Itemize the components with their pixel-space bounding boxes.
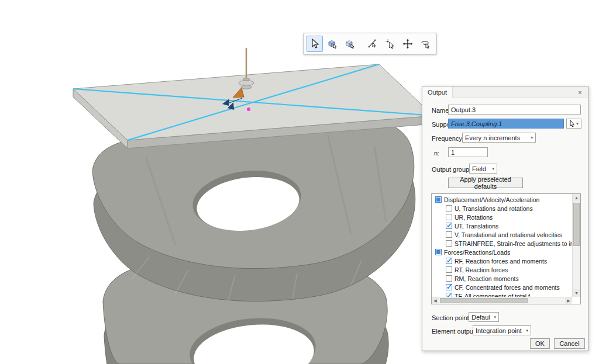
scroll-right-icon[interactable]: ▶ [565,297,572,304]
tree-item[interactable]: RM, Reaction moments [432,274,572,283]
tree-item[interactable]: UR, Rotations [432,213,572,221]
magenta-reference-point [247,108,250,111]
scroll-up-icon[interactable]: ▲ [573,194,580,202]
output-group-value: Field [472,165,488,172]
checkbox[interactable] [446,214,452,220]
application-window: Output × Name: Support: ▾ Frequency: Eve… [0,0,599,364]
tree-item-label: V, Translational and rotational velociti… [455,231,562,238]
selection-toolbar [303,33,437,55]
tree-viewport: Displacement/Velocity/Acceleration U, Tr… [432,194,572,297]
tree-item[interactable]: U, Translations and rotations [432,204,572,213]
tree-item[interactable]: Forces/Reactions/Loads [432,248,572,256]
select-lasso-button[interactable] [417,36,433,52]
checkbox[interactable] [446,231,452,238]
tree-item[interactable]: CF, Concentrated forces and moments [432,283,572,292]
select-edge-button[interactable] [364,36,381,52]
dialog-title: Output [422,86,453,98]
section-points-dropdown[interactable]: Default ▾ [469,312,499,322]
support-picker-button[interactable]: ▾ [566,119,581,129]
chevron-down-icon: ▾ [526,328,528,333]
frequency-label: Frequency: [432,135,464,142]
tree-item-label: STRAINFREE, Strain-free adjustments to i… [455,240,572,247]
lasso-cursor-icon [420,39,431,49]
cursor-icon [309,39,320,49]
scrollbar-thumb[interactable] [573,203,580,246]
frequency-value: Every n increments [465,134,526,141]
element-output-dropdown[interactable]: Integration points ▾ [473,325,531,335]
cube-cursor-icon [327,39,338,49]
select-frame-move-button[interactable] [400,36,416,52]
support-input[interactable] [448,119,564,129]
tree-item-label: Forces/Reactions/Loads [444,249,510,256]
point-cursor-icon [385,39,395,49]
scrollbar-thumb[interactable] [440,298,528,303]
picker-cursor-icon [569,120,575,127]
tree-item-label: TF, All components of total f [455,293,530,297]
horizontal-scrollbar[interactable]: ◀ ▶ [432,297,572,304]
select-arrow-button[interactable] [307,36,323,52]
checkbox[interactable] [435,249,442,255]
tree-item-label: RM, Reaction moments [455,275,519,282]
section-points-value: Default [471,314,490,321]
select-point-button[interactable] [382,36,398,52]
move-cross-icon [402,39,413,49]
scroll-down-icon[interactable]: ▼ [573,289,580,297]
checkbox[interactable] [435,196,442,203]
output-variables-list[interactable]: Displacement/Velocity/Acceleration U, Tr… [431,193,581,304]
tree-item[interactable]: Displacement/Velocity/Acceleration [432,195,572,204]
checkbox[interactable] [446,293,452,297]
output-group-label: Output group: [432,166,471,173]
section-points-label: Section points: [432,314,474,321]
tree-item[interactable]: TF, All components of total f [432,292,572,297]
checkbox[interactable] [446,223,452,229]
frequency-dropdown[interactable]: Every n increments ▾ [462,133,536,143]
tree-item-label: CF, Concentrated forces and moments [455,284,560,291]
tree-item-label: UR, Rotations [455,214,493,221]
element-output-value: Integration points [476,327,522,334]
chevron-down-icon: ▾ [494,315,496,320]
tree-item-label: RF, Reaction forces and moments [455,258,547,265]
tree-item-label: U, Translations and rotations [455,205,533,212]
select-cell-button[interactable] [324,36,340,52]
tree-item[interactable]: UT, Translations [432,221,572,230]
n-label: n: [434,150,439,157]
checkbox[interactable] [446,258,452,264]
vertical-scrollbar[interactable]: ▲ ▼ [572,194,580,297]
tree-item[interactable]: STRAINFREE, Strain-free adjustments to i… [432,239,572,248]
cube-behind-cursor-icon [345,39,355,49]
scroll-left-icon[interactable]: ◀ [432,297,439,304]
tree-item-label: Displacement/Velocity/Acceleration [444,196,539,203]
output-group-dropdown[interactable]: Field ▾ [469,164,497,174]
chevron-down-icon: ▾ [576,122,579,126]
name-input[interactable] [448,105,581,115]
toolbar-separator [359,36,363,52]
checkbox[interactable] [446,205,452,212]
n-input[interactable] [448,147,488,157]
chevron-down-icon: ▾ [531,136,533,140]
checkbox[interactable] [446,240,452,247]
close-icon[interactable]: × [576,88,584,97]
cancel-button[interactable]: Cancel [554,338,585,349]
chevron-down-icon: ▾ [492,167,494,171]
tree-item[interactable]: RT, Reaction forces [432,265,572,274]
select-cell-behind-button[interactable] [342,36,358,52]
tree-item-label: UT, Translations [455,223,498,230]
checkbox[interactable] [446,284,452,290]
checkbox[interactable] [446,275,452,282]
tree-item[interactable]: V, Translational and rotational velociti… [432,230,572,239]
dialog-titlebar[interactable]: Output × [422,86,588,98]
tree-item-label: RT, Reaction forces [455,266,508,273]
tree-item[interactable]: RF, Reaction forces and moments [432,256,572,265]
edge-cursor-icon [367,39,378,49]
ok-button[interactable]: OK [530,338,550,349]
checkbox[interactable] [446,266,452,273]
apply-defaults-button[interactable]: Apply preselected defaults [448,178,523,188]
output-dialog: Output × Name: Support: ▾ Frequency: Eve… [422,86,588,351]
